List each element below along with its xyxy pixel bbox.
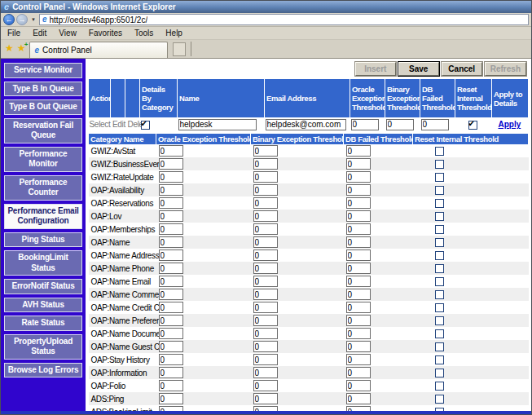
oracle-threshold-input[interactable] — [159, 197, 183, 209]
reset-internal-checkbox[interactable] — [435, 264, 444, 273]
oracle-threshold-input[interactable] — [159, 393, 183, 404]
reset-internal-checkbox[interactable] — [435, 225, 444, 234]
db-failed-threshold-input[interactable] — [346, 367, 371, 378]
reset-internal-checkbox[interactable] — [435, 329, 444, 338]
refresh-button[interactable]: Refresh — [485, 62, 526, 76]
oracle-threshold-input[interactable] — [159, 145, 183, 157]
db-failed-threshold-input[interactable] — [346, 197, 371, 209]
db-failed-threshold-input[interactable] — [346, 315, 371, 326]
db-failed-threshold-input[interactable] — [346, 145, 371, 157]
db-failed-threshold-input[interactable] — [346, 328, 371, 339]
oracle-threshold-input[interactable] — [159, 210, 183, 222]
edit-link[interactable]: Edit — [112, 120, 125, 129]
oracle-threshold-input[interactable] — [159, 367, 183, 378]
forward-button[interactable]: → — [16, 14, 28, 25]
sidebar-item-reservation-fail-queue[interactable]: Reservation Fail Queue — [4, 118, 82, 143]
dropdown-caret-icon[interactable]: ▼ — [29, 17, 37, 22]
binary-threshold-input[interactable] — [253, 223, 278, 235]
sidebar-item-type-b-in-queue[interactable]: Type B In Queue — [4, 82, 82, 97]
back-button[interactable]: ← — [3, 14, 15, 25]
binary-threshold-input[interactable] — [253, 315, 278, 326]
db-failed-threshold-input[interactable] — [346, 302, 371, 313]
name-input[interactable] — [178, 119, 257, 130]
add-favorite-star-icon[interactable]: ★ — [17, 43, 26, 53]
oracle-threshold-input[interactable] — [159, 328, 183, 339]
select-link[interactable]: Select — [90, 120, 111, 129]
reset-internal-checkbox[interactable] — [435, 303, 444, 312]
binary-threshold-input[interactable] — [253, 354, 278, 365]
oracle-threshold-input[interactable] — [159, 236, 183, 248]
db-failed-threshold-input[interactable] — [346, 223, 371, 235]
binary-threshold-input[interactable] — [253, 263, 278, 274]
db-failed-threshold-input[interactable] — [346, 393, 371, 404]
oracle-threshold-input[interactable] — [159, 263, 183, 274]
oracle-threshold-input[interactable] — [159, 289, 183, 300]
oracle-threshold-input[interactable] — [159, 380, 183, 391]
db-failed-threshold-input[interactable] — [346, 289, 371, 300]
binary-threshold-input[interactable] — [253, 367, 278, 378]
binary-threshold-input[interactable] — [386, 119, 414, 130]
db-failed-threshold-input[interactable] — [346, 263, 371, 274]
reset-internal-checkbox[interactable] — [435, 147, 444, 156]
reset-internal-checkbox[interactable] — [435, 173, 444, 182]
sidebar-item-rate-status[interactable]: Rate Status — [4, 316, 82, 331]
menu-edit[interactable]: Edit — [33, 29, 46, 38]
binary-threshold-input[interactable] — [253, 145, 278, 157]
oracle-threshold-input[interactable] — [159, 249, 183, 261]
reset-internal-checkbox[interactable] — [435, 316, 444, 325]
reset-internal-checkbox[interactable] — [435, 212, 444, 221]
insert-button[interactable]: Insert — [355, 62, 396, 76]
new-tab-stub[interactable] — [173, 42, 186, 56]
oracle-threshold-input[interactable] — [159, 184, 183, 196]
reset-internal-checkbox[interactable] — [435, 290, 444, 299]
sidebar-item-propertyupload-status[interactable]: PropertyUpload Status — [4, 334, 82, 360]
reset-internal-checkbox[interactable] — [435, 277, 444, 286]
binary-threshold-input[interactable] — [253, 302, 278, 313]
oracle-threshold-input[interactable] — [159, 315, 183, 326]
sidebar-item-avh-status[interactable]: AVH Status — [4, 298, 82, 313]
reset-internal-checkbox[interactable] — [435, 238, 444, 247]
binary-threshold-input[interactable] — [253, 158, 278, 170]
db-failed-threshold-input[interactable] — [346, 276, 371, 287]
binary-threshold-input[interactable] — [253, 328, 278, 339]
oracle-threshold-input[interactable] — [159, 276, 183, 287]
sidebar-item-type-b-out-queue[interactable]: Type B Out Queue — [4, 99, 82, 115]
db-failed-threshold-input[interactable] — [346, 158, 371, 170]
oracle-threshold-input[interactable] — [159, 158, 183, 170]
oracle-threshold-input[interactable] — [159, 223, 183, 235]
save-button[interactable]: Save — [398, 62, 439, 76]
address-bar[interactable]: e http://oedsv46app:6501/2c/ — [39, 14, 529, 25]
address-url[interactable]: http://oedsv46app:6501/2c/ — [50, 15, 148, 24]
reset-internal-checkbox[interactable] — [435, 342, 444, 351]
reset-internal-checkbox[interactable] — [435, 369, 444, 377]
sidebar-item-performance-monitor[interactable]: Performance Monitor — [4, 147, 82, 172]
db-failed-threshold-input[interactable] — [346, 249, 371, 261]
binary-threshold-input[interactable] — [253, 393, 278, 404]
reset-internal-checkbox[interactable] — [435, 251, 444, 260]
sidebar-item-ping-status[interactable]: Ping Status — [4, 232, 82, 248]
db-failed-threshold-input[interactable] — [346, 171, 371, 183]
binary-threshold-input[interactable] — [253, 341, 278, 352]
reset-internal-checkbox[interactable] — [435, 160, 444, 169]
binary-threshold-input[interactable] — [253, 197, 278, 209]
db-failed-threshold-input[interactable] — [421, 119, 449, 130]
binary-threshold-input[interactable] — [253, 380, 278, 391]
reset-internal-checkbox[interactable] — [435, 199, 444, 208]
favorites-star-icon[interactable]: ★ — [5, 43, 14, 53]
oracle-threshold-input[interactable] — [159, 354, 183, 365]
oracle-threshold-input[interactable] — [159, 341, 183, 352]
menu-file[interactable]: File — [7, 29, 20, 38]
sidebar-item-performance-email-configuration[interactable]: Performance Email Configuration — [4, 204, 82, 229]
binary-threshold-input[interactable] — [253, 276, 278, 287]
reset-internal-checkbox[interactable] — [435, 395, 444, 404]
binary-threshold-input[interactable] — [253, 184, 278, 196]
sidebar-item-performance-counter[interactable]: Performance Counter — [4, 175, 82, 201]
sidebar-item-errornotif-status[interactable]: ErrorNotif Status — [4, 279, 82, 294]
oracle-threshold-input[interactable] — [159, 171, 183, 183]
binary-threshold-input[interactable] — [253, 249, 278, 261]
sidebar-item-bookinglimit-status[interactable]: BookingLimit Status — [4, 250, 82, 276]
db-failed-threshold-input[interactable] — [346, 210, 371, 222]
reset-internal-checkbox[interactable] — [435, 186, 444, 195]
apply-link[interactable]: Apply — [499, 120, 521, 129]
binary-threshold-input[interactable] — [253, 210, 278, 222]
